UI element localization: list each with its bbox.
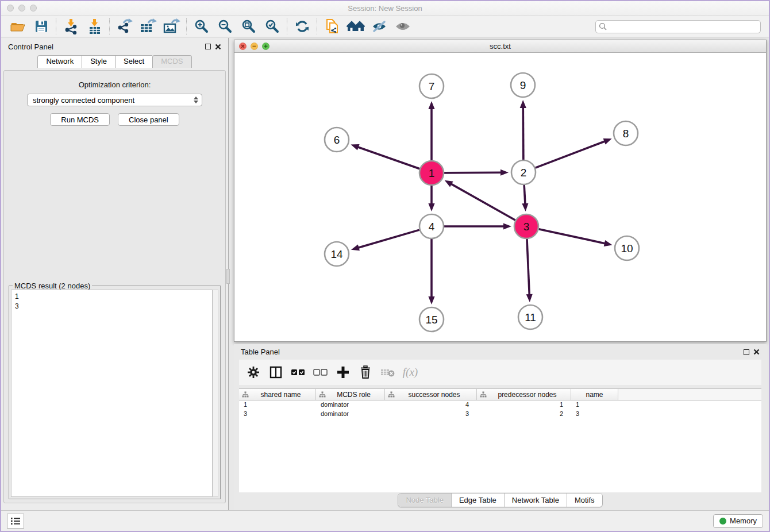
- graph-edge-3-11[interactable]: [527, 239, 529, 296]
- tab-motifs[interactable]: Motifs: [567, 494, 602, 507]
- close-panel-icon[interactable]: [215, 44, 221, 50]
- create-column-button[interactable]: [334, 364, 352, 381]
- cell-mcds-role[interactable]: dominator: [316, 400, 385, 410]
- column-header-name[interactable]: name: [571, 389, 618, 400]
- memory-button[interactable]: Memory: [713, 514, 763, 528]
- column-header-successor-nodes[interactable]: successor nodes: [385, 389, 477, 400]
- panel-splitter-handle[interactable]: [226, 269, 230, 284]
- import-network-button[interactable]: [59, 17, 83, 36]
- column-header-predecessor-nodes[interactable]: predecessor nodes: [477, 389, 571, 400]
- node-table-header: shared nameMCDS rolesuccessor nodesprede…: [239, 389, 761, 400]
- float-table-panel-icon[interactable]: [744, 349, 749, 355]
- graph-edge-1-2[interactable]: [444, 172, 502, 173]
- refresh-button[interactable]: [290, 17, 314, 36]
- table-toolbar: f(x): [239, 360, 761, 385]
- close-table-panel-icon[interactable]: [753, 349, 760, 355]
- delete-table-icon: [380, 367, 395, 377]
- tab-network-table[interactable]: Network Table: [505, 494, 567, 507]
- cell-name[interactable]: 3: [571, 410, 618, 419]
- import-network-icon: [64, 18, 79, 34]
- graph-edge-1-6[interactable]: [357, 147, 419, 168]
- cell-mcds-role[interactable]: dominator: [316, 410, 385, 419]
- open-session-button[interactable]: [6, 17, 29, 36]
- task-history-button[interactable]: [7, 514, 24, 529]
- save-session-button[interactable]: [29, 17, 53, 36]
- control-panel-title: Control Panel: [8, 43, 53, 51]
- mcds-result-title: MCDS result (2 nodes): [13, 282, 92, 290]
- column-header-mcds-role[interactable]: MCDS role: [316, 389, 385, 400]
- tab-mcds[interactable]: MCDS: [152, 55, 191, 68]
- column-header-shared-name[interactable]: shared name: [239, 389, 316, 400]
- maximize-network-icon[interactable]: [262, 43, 270, 50]
- zoom-fit-button[interactable]: [237, 17, 260, 36]
- mcds-result-scrollbar[interactable]: [213, 290, 218, 497]
- node-table: shared nameMCDS rolesuccessor nodesprede…: [239, 388, 761, 492]
- select-all-rows-button[interactable]: [290, 364, 307, 381]
- graph-edge-3-1[interactable]: [450, 183, 515, 220]
- home-houses-icon: [346, 20, 365, 33]
- tab-node-table[interactable]: Node Table: [398, 494, 452, 507]
- network-window-titlebar[interactable]: scc.txt: [234, 40, 766, 53]
- cell-shared-name[interactable]: 1: [239, 400, 316, 410]
- graph-node-label: 9: [520, 79, 526, 91]
- tab-edge-table[interactable]: Edge Table: [452, 494, 505, 507]
- new-network-from-selection-button[interactable]: [320, 17, 344, 36]
- mcds-result-line: 1: [15, 292, 209, 302]
- show-columns-button[interactable]: [267, 364, 284, 381]
- zoom-out-button[interactable]: [213, 17, 237, 36]
- graph-edge-arrowhead: [526, 294, 533, 302]
- graph-edge-2-9[interactable]: [523, 106, 523, 160]
- table-row[interactable]: 1dominator411: [239, 400, 761, 410]
- memory-status-icon: [719, 518, 726, 525]
- main-area: Control Panel NetworkStyleSelectMCDS Opt…: [1, 38, 769, 510]
- graph-edge-arrowhead: [351, 244, 360, 250]
- show-all-button[interactable]: [391, 17, 414, 36]
- import-table-button[interactable]: [83, 17, 106, 36]
- float-panel-icon[interactable]: [205, 44, 211, 49]
- import-table-icon: [87, 18, 102, 34]
- deselect-all-rows-button[interactable]: [312, 364, 329, 381]
- cell-name[interactable]: 1: [571, 400, 618, 410]
- hide-selected-button[interactable]: [367, 17, 391, 36]
- network-view-window: scc.txt 1234678910111415: [234, 40, 767, 342]
- cell-predecessor-nodes[interactable]: 2: [477, 410, 571, 419]
- table-settings-button[interactable]: [245, 364, 262, 381]
- export-network-button[interactable]: [113, 17, 136, 36]
- zoom-selected-button[interactable]: [260, 17, 284, 36]
- delete-column-button[interactable]: [357, 364, 374, 381]
- table-row[interactable]: 3dominator323: [239, 410, 761, 419]
- minimize-network-icon[interactable]: [251, 43, 258, 50]
- search-input[interactable]: [595, 20, 761, 33]
- tab-network[interactable]: Network: [37, 55, 82, 68]
- task-list-icon: [10, 516, 21, 526]
- graph-edge-3-10[interactable]: [538, 229, 606, 244]
- graph-edge-arrowhead: [428, 203, 434, 211]
- graph-edge-2-3[interactable]: [524, 185, 525, 205]
- graph-edge-4-14[interactable]: [357, 230, 419, 248]
- close-network-icon[interactable]: [239, 43, 247, 50]
- cell-shared-name[interactable]: 3: [239, 410, 316, 419]
- first-neighbors-button[interactable]: [344, 17, 367, 36]
- graph-edge-2-8[interactable]: [536, 141, 606, 168]
- run-mcds-button[interactable]: Run MCDS: [50, 113, 110, 126]
- mcds-result-textarea[interactable]: 13: [11, 290, 213, 497]
- maximize-window-button[interactable]: [30, 5, 37, 11]
- function-builder-button[interactable]: f(x): [402, 364, 419, 381]
- minimize-window-button[interactable]: [18, 5, 25, 11]
- delete-table-button[interactable]: [379, 364, 396, 381]
- close-panel-button[interactable]: Close panel: [118, 113, 179, 126]
- cell-predecessor-nodes[interactable]: 1: [477, 400, 571, 410]
- optimization-criterion-dropdown[interactable]: strongly connected component: [27, 94, 202, 106]
- close-window-button[interactable]: [7, 5, 14, 11]
- export-table-button[interactable]: [136, 17, 160, 36]
- export-image-button[interactable]: [160, 17, 183, 36]
- network-canvas[interactable]: 1234678910111415: [234, 53, 766, 341]
- tab-select[interactable]: Select: [115, 55, 152, 68]
- memory-label: Memory: [730, 516, 757, 525]
- cell-successor-nodes[interactable]: 4: [385, 400, 477, 410]
- select-all-icon: [291, 368, 306, 376]
- zoom-in-button[interactable]: [190, 17, 213, 36]
- tab-style[interactable]: Style: [82, 55, 115, 68]
- cell-successor-nodes[interactable]: 3: [385, 410, 477, 419]
- column-tree-icon: [242, 391, 249, 398]
